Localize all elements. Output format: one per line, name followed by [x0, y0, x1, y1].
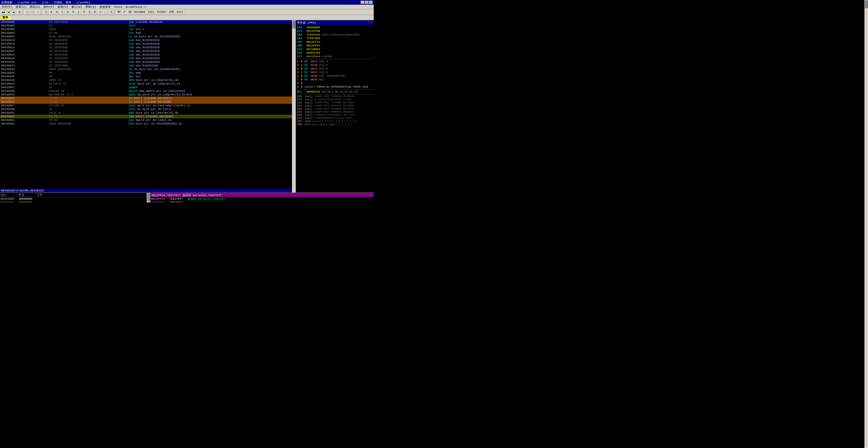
disasm-row[interactable]: 0043D05B6eouts dx,byte ptr ds:[esi] [0, 107, 296, 111]
toolbar-btn-btn-p[interactable]: P [82, 10, 87, 14]
toolbar-btn-rewind[interactable]: ◀◀ [1, 10, 6, 14]
toolbar-btn-btn-r[interactable]: r [98, 10, 103, 14]
disasm-row[interactable]: 0043D000E9 5D010000jmp crackMe.0043D162 [0, 20, 296, 24]
toolbar-btn-btn-m[interactable]: m [54, 10, 59, 14]
reg-value[interactable]: 7C92EA4A [306, 33, 320, 36]
toolbar-btn-step-over[interactable]: →↓ [30, 10, 35, 14]
menu-item-----[interactable]: 快捷菜单 [98, 5, 112, 9]
toolbar-btn-more[interactable]: ... [103, 10, 108, 14]
toolbar-btn-btn-w[interactable]: w [65, 10, 70, 14]
toolbar-btn-btn-b[interactable]: b [92, 10, 98, 14]
stack-header-text: 0012FFC4 7C817077 返回到 kernel32.7C817077 [152, 193, 222, 197]
toolbar-btn-step-out[interactable]: ↑ [36, 10, 41, 14]
disasm-row[interactable]: 0043D0332D 2D2D2D00sub eax,0xD2D2D2D [0, 64, 296, 67]
disasm-row[interactable]: 0043D06165:6dins dword ptr es:[edi],dx [0, 118, 296, 122]
disasm-row[interactable]: 0043D0102D 2D2D2D2Dsub eax,0x2D2D2D2D [0, 38, 296, 42]
disasm-row[interactable]: 0043D063202D 0D0A2D2Dand byte ptr ds:[0x… [0, 122, 296, 126]
maximize-button[interactable]: □ [365, 1, 369, 4]
toolbar-btn-btn-l[interactable]: l [43, 10, 49, 14]
disasm-instruction: sub eax,0xD2D2D2D [128, 64, 296, 67]
reg-value[interactable]: 0012FFD0 [306, 30, 320, 33]
disasm-row[interactable]: 0043D0292D 2D2D2D2Dsub eax,0x2D2D2D2D [0, 57, 296, 60]
disasm-row[interactable]: 0043D05C2073 79and byte ptr ss:[ebx+0x79… [0, 111, 296, 115]
reg-value[interactable]: 7FFD7000 [306, 37, 320, 40]
toolbar-btn-breakpoint[interactable]: BP [117, 10, 122, 14]
disasm-row[interactable]: 0043D006D1CEror esi,1 [0, 28, 296, 31]
disasm-row[interactable]: 0043D05574 65je short crackMe.0043D0BC [0, 100, 296, 104]
toolbar-btn-btn-c[interactable]: c [76, 10, 81, 14]
disasm-row[interactable]: 0043D048626C65 20bound ebp,qword ptr ss:… [0, 89, 296, 93]
disasm-row[interactable]: 0043D04C66:696C65 73 2imul bp,word ptr s… [0, 93, 296, 96]
stack-row[interactable]: 0012FFC8005F67E0 [151, 201, 374, 202]
menu-item----F-[interactable]: 文件(F) [0, 5, 14, 9]
fpu-register-row: ST4empty-UNORM BC48 005FDE10 004C004A [296, 107, 374, 110]
disasm-row[interactable]: 0043D0402065 78and byte ptr ss:[ebp+0x78… [0, 78, 296, 82]
reg-collapse-btn[interactable]: ‹ [368, 21, 370, 25]
toolbar-btn-folder[interactable]: Folder [156, 10, 167, 14]
disasm-row[interactable]: 0043D005CEinto [0, 24, 296, 28]
toolbar-btn-step-back[interactable]: ◀ [6, 10, 11, 14]
disasm-bytes: 2D 2D2D2D2D [48, 57, 128, 60]
disasm-row[interactable]: 0043D0380A2D 204F5269or ch,byte ptr ds:[… [0, 67, 296, 71]
disasm-bytes: 65:6375 74 [48, 82, 128, 86]
disasm-row[interactable]: 0043D04365:6375 74arpl word ptr gs:[ebp+… [0, 82, 296, 86]
disasm-row[interactable]: 0043D04761popad [0, 86, 296, 89]
toolbar-btn-calc[interactable]: Calc [147, 10, 155, 14]
disasm-panel[interactable]: 0043D000E9 5D010000jmp crackMe.0043D1620… [0, 20, 296, 192]
disasm-row[interactable]: 0043D02E2D 2D2D2D2Dsub eax,0x2D2D2D2D [0, 60, 296, 64]
memory-row[interactable]: 0040100400000000 [0, 201, 150, 202]
memory-scrollbar[interactable] [147, 193, 150, 202]
disasm-row[interactable]: 0043D0242D 2D2D2D2Dsub eax,0x2D2D2D2D [0, 53, 296, 57]
reg-value[interactable]: 0012B808 [306, 48, 320, 51]
disasm-instruction: sub eax,0x2D2D2D2D [128, 46, 296, 49]
reg-value[interactable]: 0012FFCA [306, 40, 320, 43]
disasm-row[interactable]: 0043D00A0A2D 2D2D2D2Dor ch,byte ptr ds:[… [0, 35, 296, 38]
toolbar-btn-notepad[interactable]: Notepad [133, 10, 146, 14]
title-text: 吾爱破解 - crackMe.exe - [LCG - 主线程, 模块 - cr… [1, 1, 90, 4]
disasm-scrollbar[interactable] [292, 20, 296, 192]
toolbar-btn-cmd[interactable]: CMD [168, 10, 175, 14]
close-button[interactable]: × [369, 1, 373, 4]
minimize-button[interactable]: _ [361, 1, 364, 4]
disasm-instruction: popad [128, 86, 296, 89]
disasm-addr: 0043D03E [0, 71, 48, 75]
stack-row[interactable]: 0012FFC47C817077返回到 kernel32.7C817077 [151, 197, 374, 201]
menu-item----P-[interactable]: 插件(P) [42, 5, 56, 9]
disasm-row[interactable]: 0043D03F4Edec esi [0, 75, 296, 78]
segment-register-row: D0 [296, 82, 374, 85]
menu-item----D-[interactable]: 调试(D) [28, 5, 42, 9]
toolbar-btn-step-into[interactable]: →↑ [25, 10, 30, 14]
toolbar-btn-exit[interactable]: Exit [176, 10, 184, 14]
disasm-row[interactable]: 0043D01A2D 2D2D2D2Dsub eax,0x2D2D2D2D [0, 46, 296, 49]
disasm-row[interactable]: 0043D01F2D 2D2D2D2Dsub eax,0x2D2D2D2D [0, 49, 296, 53]
toolbar-btn-p2[interactable]: P [122, 10, 127, 14]
menu-item----O-[interactable]: 选项(O) [56, 5, 70, 9]
eip-value[interactable]: 0043D000 [306, 55, 320, 58]
toolbar-btn-btn-h[interactable]: h [70, 10, 76, 14]
reg-expand-btn[interactable]: › [371, 21, 373, 25]
disasm-bytes: 0A2D 204F5269 [48, 67, 128, 71]
disasm-row[interactable]: 0043D0152D 2D2D2D2Dsub eax,0x2D2D2D2D [0, 42, 296, 46]
memory-row[interactable]: 0040100000000000 [0, 197, 150, 201]
toolbar-btn-btn-s[interactable]: s [109, 10, 114, 14]
menu-item-BreakPoint--[interactable]: BreakPoint-> [124, 5, 148, 9]
menu-item----W-[interactable]: 窗口(W) [70, 5, 84, 9]
disasm-row[interactable]: 0043D05F73 74jnb short crackMe.0043D0D5 [0, 115, 296, 118]
menu-item----V-[interactable]: 查看(V) [14, 5, 28, 9]
toolbar-btn-vb[interactable]: VB [127, 10, 133, 14]
disasm-bytes: 637469 6F [48, 104, 128, 107]
toolbar-btn-pause[interactable]: ⏸ [17, 10, 22, 14]
disasm-row[interactable]: 0043D03E45inc ebp [0, 71, 296, 75]
toolbar-btn-btn-t[interactable]: t [60, 10, 65, 14]
disasm-row[interactable]: 0043D05372 6Fjb short crackMe.0043D0C4 [0, 96, 296, 100]
reg-value[interactable]: 0012FFFA [306, 44, 320, 47]
reg-value[interactable]: 00000000 [306, 26, 320, 29]
toolbar-btn-btn-k[interactable]: k [87, 10, 92, 14]
toolbar-btn-run[interactable]: ▶ [11, 10, 17, 14]
toolbar-btn-btn-e[interactable]: e [49, 10, 54, 14]
menu-item-Tools[interactable]: Tools [112, 5, 124, 9]
reg-value[interactable]: 005F67E0 [306, 51, 320, 55]
menu-item----Q-[interactable]: 帮助(Q) [84, 5, 98, 9]
disasm-row[interactable]: 0043D057637469 6Farpl word ptr ds:[ecx+e… [0, 104, 296, 107]
disasm-row[interactable]: 0043D008CD 0Dint 0xD [0, 31, 296, 35]
